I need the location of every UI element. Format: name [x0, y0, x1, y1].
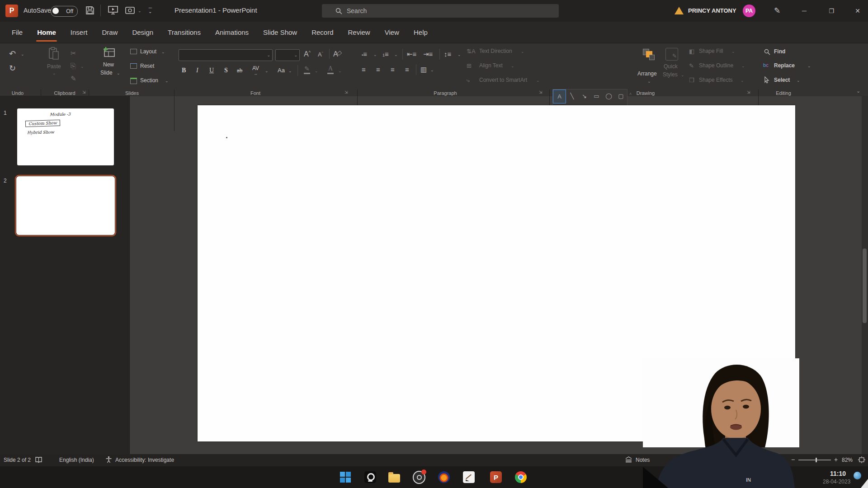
copy-icon[interactable]: ⎘ [71, 62, 76, 69]
undo-dropdown-icon[interactable]: ⌄ [21, 52, 24, 56]
increase-indent-icon[interactable]: ⇥≡ [423, 51, 433, 57]
tab-help[interactable]: Help [406, 22, 435, 43]
copy-dropdown-icon[interactable]: ⌄ [80, 65, 84, 69]
character-spacing-button[interactable]: AV↔ [252, 66, 259, 76]
taskbar-obs-studio[interactable] [413, 471, 425, 483]
tab-draw[interactable]: Draw [94, 22, 125, 43]
save-icon[interactable] [85, 5, 95, 17]
user-name[interactable]: PRINCY ANTONY [688, 7, 736, 14]
slide-thumbnail-1[interactable]: Module -3 Custom Show Hybrid Show [17, 108, 114, 165]
fit-slide-icon[interactable] [858, 456, 865, 465]
tab-transitions[interactable]: Transitions [160, 22, 208, 43]
font-name-combo[interactable]: ⌄ [179, 49, 273, 61]
font-size-combo[interactable]: ⌄ [275, 49, 300, 61]
arrange-label[interactable]: Arrange [637, 70, 657, 77]
change-case-dropdown-icon[interactable]: ⌄ [288, 69, 292, 73]
numbering-button[interactable]: 1 [382, 53, 385, 57]
notes-icon[interactable] [625, 456, 632, 464]
italic-button[interactable]: I [196, 67, 198, 74]
zoom-in-button[interactable]: + [834, 456, 838, 463]
shape-oval[interactable]: ◯ [603, 89, 615, 103]
paragraph-dialog-launcher[interactable]: ⇲ [539, 90, 542, 94]
paste-dropdown-icon[interactable]: ⌄ [52, 71, 56, 75]
slide-thumbnail-2[interactable] [16, 176, 115, 235]
layout-icon[interactable] [130, 49, 137, 54]
section-icon[interactable] [130, 78, 137, 84]
decrease-indent-icon[interactable]: ⇤≡ [407, 51, 416, 57]
find-icon[interactable] [764, 49, 770, 57]
align-text-icon[interactable]: ⊞ [467, 63, 472, 69]
shape-rectangle[interactable]: ▭ [590, 89, 603, 103]
layout-dropdown-icon[interactable]: ⌄ [161, 50, 165, 54]
columns-icon[interactable]: ▥ [420, 66, 427, 73]
taskbar-file-explorer[interactable] [388, 471, 401, 483]
clock-time[interactable]: 11:10 [830, 470, 846, 477]
shrink-font-button[interactable]: Aˇ [318, 52, 323, 57]
tab-review[interactable]: Review [341, 22, 377, 43]
input-language-badge[interactable]: IN [746, 477, 751, 483]
scrollbar-thumb[interactable] [863, 249, 867, 323]
change-case-button[interactable]: Aa [278, 67, 285, 74]
drawing-dialog-launcher[interactable]: ⇲ [747, 90, 750, 94]
select-label[interactable]: Select [774, 77, 790, 83]
undo-button[interactable]: ↶ [9, 50, 16, 58]
shape-fill-icon[interactable]: ◧ [689, 48, 694, 54]
replace-label[interactable]: Replace [774, 62, 795, 69]
clipboard-dialog-launcher[interactable]: ⇲ [82, 90, 86, 94]
tab-record[interactable]: Record [304, 22, 340, 43]
clear-formatting-button[interactable]: A [333, 51, 342, 58]
quick-styles-label-2[interactable]: Styles [663, 71, 678, 78]
tab-home[interactable]: Home [30, 22, 63, 43]
zoom-level[interactable]: 82% [842, 457, 853, 463]
text-direction-label[interactable]: Text Direction [479, 48, 512, 54]
justify-icon[interactable]: ≡ [405, 66, 409, 73]
vertical-scrollbar[interactable] [862, 96, 868, 454]
taskbar-powerpoint[interactable]: P [490, 471, 502, 483]
close-button[interactable]: ✕ [847, 0, 868, 22]
tab-file[interactable]: File [5, 22, 30, 43]
gallery-up-icon[interactable]: ˄ [629, 92, 632, 96]
tab-design[interactable]: Design [125, 22, 160, 43]
text-highlight-button[interactable]: ✎ [304, 65, 310, 74]
weather-tray-icon[interactable] [854, 472, 861, 479]
cut-icon[interactable]: ✂ [71, 50, 76, 56]
avatar[interactable]: PA [743, 5, 755, 17]
warning-icon[interactable] [675, 7, 684, 14]
align-center-icon[interactable]: ≡ [376, 66, 380, 73]
replace-dropdown-icon[interactable]: ⌄ [807, 64, 811, 68]
shape-effects-label[interactable]: Shape Effects [699, 77, 733, 83]
search-bar[interactable]: Search [322, 4, 559, 18]
shape-fill-label[interactable]: Shape Fill [699, 48, 723, 54]
minimize-button[interactable]: ─ [794, 0, 815, 22]
zoom-slider-thumb[interactable] [816, 458, 817, 462]
strikethrough-button[interactable]: ab [237, 67, 242, 74]
restore-button[interactable]: ❐ [821, 0, 842, 22]
text-direction-icon[interactable]: ⇅A [467, 48, 476, 54]
shape-arrow[interactable]: ↘ [578, 89, 590, 103]
layout-label[interactable]: Layout [140, 48, 156, 55]
columns-dropdown-icon[interactable]: ⌄ [430, 68, 434, 72]
tab-slide-show[interactable]: Slide Show [256, 22, 304, 43]
underline-button[interactable]: U [209, 67, 214, 74]
smartart-label[interactable]: Convert to SmartArt [479, 77, 527, 83]
smartart-icon[interactable]: ⤷ [467, 77, 470, 83]
shadow-button[interactable]: S [224, 67, 228, 74]
bullets-dropdown-icon[interactable]: ⌄ [373, 53, 377, 57]
screen-clip-dropdown-icon[interactable]: ⌄ [138, 9, 142, 13]
customize-qat-icon[interactable]: ─⌄ [148, 6, 152, 14]
grow-font-button[interactable]: A^ [304, 51, 311, 58]
taskbar-media-app[interactable] [438, 471, 450, 483]
shape-rounded-rectangle[interactable]: ▢ [615, 89, 627, 103]
new-slide-dropdown-icon[interactable]: ⌄ [117, 71, 120, 75]
numbering-dropdown-icon[interactable]: ⌄ [394, 53, 398, 57]
reset-icon[interactable] [130, 63, 137, 69]
start-button[interactable] [339, 471, 352, 483]
powerpoint-logo-icon[interactable]: P [5, 5, 18, 17]
font-color-button[interactable]: A [327, 65, 334, 74]
character-spacing-dropdown-icon[interactable]: ⌄ [265, 69, 269, 73]
line-spacing-dropdown-icon[interactable]: ⌄ [458, 53, 461, 57]
new-slide-label-2[interactable]: Slide [100, 70, 113, 76]
taskbar-whiteboard-app[interactable] [462, 471, 475, 483]
redo-button[interactable]: ↻ [9, 64, 16, 72]
new-slide-icon[interactable] [102, 47, 116, 61]
